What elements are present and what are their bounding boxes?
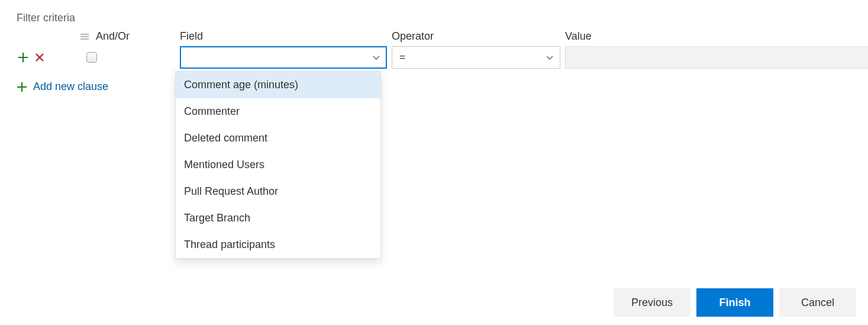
reorder-icon [80,32,91,41]
field-combo[interactable] [180,46,387,69]
operator-header: Operator [392,30,560,43]
value-input-disabled [565,46,868,69]
finish-button[interactable]: Finish [696,288,773,317]
andor-header: And/Or [96,30,130,43]
field-option[interactable]: Mentioned Users [176,152,380,178]
svg-rect-4 [18,57,28,58]
add-new-clause-label: Add new clause [33,81,108,93]
svg-rect-2 [80,38,89,40]
value-header: Value [565,30,868,43]
field-dropdown[interactable]: Comment age (minutes)CommenterDeleted co… [175,71,381,259]
insert-clause-button[interactable] [17,51,30,64]
previous-button[interactable]: Previous [614,288,690,317]
svg-rect-0 [80,34,89,35]
operator-combo[interactable] [392,46,560,69]
field-option[interactable]: Thread participants [176,231,380,258]
field-input[interactable] [180,46,387,69]
add-new-clause-button[interactable]: Add new clause [17,81,108,93]
andor-toggle[interactable] [86,52,97,63]
field-header: Field [180,30,387,43]
field-option[interactable]: Pull Request Author [176,178,380,205]
svg-rect-8 [17,86,27,88]
field-option[interactable]: Commenter [176,98,380,125]
field-option[interactable]: Comment age (minutes) [176,72,380,98]
plus-icon [17,82,27,92]
svg-rect-1 [80,36,89,37]
operator-input[interactable] [392,46,560,69]
remove-clause-button[interactable] [33,51,46,64]
cancel-button[interactable]: Cancel [779,288,856,317]
field-option[interactable]: Deleted comment [176,125,380,152]
field-option[interactable]: Target Branch [176,205,380,231]
filter-criteria-title: Filter criteria [17,12,851,24]
